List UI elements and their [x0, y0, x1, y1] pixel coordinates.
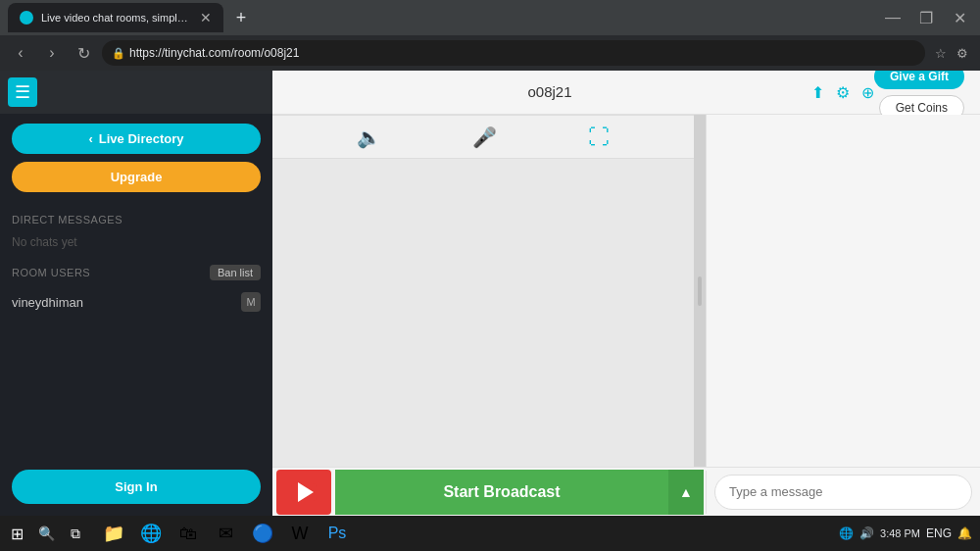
settings-icon[interactable]: ⚙: [836, 83, 850, 102]
sidebar: ☰ ‹ Live Directory Upgrade DIRECT MESSAG…: [0, 71, 272, 516]
direct-messages-header: DIRECT MESSAGES: [0, 202, 272, 231]
share-icon[interactable]: ⬆: [811, 83, 824, 102]
header-icons: ⬆ ⚙ ⊕: [811, 83, 874, 102]
broadcast-dropdown-button[interactable]: ▲: [668, 470, 704, 515]
room-users-label: ROOM USERS: [12, 267, 202, 278]
taskbar-app-chrome[interactable]: 🌐: [133, 516, 169, 551]
panel-resizer[interactable]: [694, 115, 706, 467]
video-controls: 🔈 🎤 ⛶: [272, 115, 694, 159]
signin-button[interactable]: Sign In: [12, 470, 261, 504]
taskbar-app-ps[interactable]: Ps: [319, 516, 355, 551]
menu-icon[interactable]: ☰: [8, 77, 37, 107]
video-main: 🔈 🎤 ⛶: [272, 115, 694, 467]
resizer-handle-icon: [698, 276, 702, 306]
add-icon[interactable]: ⊕: [861, 83, 874, 102]
taskbar-language[interactable]: ENG: [926, 526, 952, 540]
browser-toolbar: ‹ › ↻ 🔒 ☆ ⚙: [0, 35, 980, 71]
lock-icon: 🔒: [112, 47, 125, 60]
tab-favicon-icon: [20, 11, 33, 25]
user-row: vineydhiman M: [0, 286, 272, 318]
tab-close-button[interactable]: ✕: [200, 10, 212, 25]
minimize-button[interactable]: —: [880, 5, 906, 30]
room-name-container: o08j21: [288, 83, 811, 101]
chat-messages: [707, 115, 980, 467]
address-container: 🔒: [102, 40, 925, 66]
microphone-icon[interactable]: 🎤: [472, 125, 497, 149]
taskbar-right: 🌐 🔊 3:48 PM ENG 🔔: [839, 526, 976, 540]
bookmark-icon[interactable]: ☆: [931, 43, 951, 63]
video-area: 🔈 🎤 ⛶: [272, 115, 980, 467]
taskbar-network-icon[interactable]: 🌐: [839, 526, 854, 540]
taskbar-taskview-icon[interactable]: ⧉: [63, 521, 88, 546]
room-users-section: ROOM USERS Ban list: [0, 253, 272, 286]
video-display: [272, 159, 694, 467]
fullscreen-icon[interactable]: ⛶: [588, 125, 610, 150]
give-gift-button[interactable]: Give a Gift: [874, 71, 964, 89]
taskbar-app-word[interactable]: W: [282, 516, 318, 551]
chat-panel: [706, 115, 980, 467]
taskbar-app-explorer[interactable]: 📁: [96, 516, 131, 551]
chevron-left-icon: ‹: [88, 131, 92, 146]
message-input-wrapper: [706, 471, 980, 514]
header-right: Give a Gift Get Coins: [874, 71, 964, 121]
address-bar[interactable]: [102, 40, 925, 66]
restore-button[interactable]: ❐: [913, 5, 939, 30]
youtube-button[interactable]: [276, 470, 331, 515]
tab-title: Live video chat rooms, simple an: [41, 12, 192, 24]
youtube-logo: [291, 483, 317, 501]
live-directory-label: Live Directory: [99, 131, 184, 146]
main-header: o08j21 ⬆ ⚙ ⊕ Give a Gift Get Coins: [272, 71, 980, 115]
bottom-bar: Start Broadcast ▲: [272, 467, 980, 516]
new-tab-button[interactable]: +: [229, 6, 253, 29]
browser-titlebar: Live video chat rooms, simple an ✕ + — ❐…: [0, 0, 980, 35]
taskbar-app-ie[interactable]: 🔵: [245, 516, 280, 551]
youtube-play-icon: [298, 482, 314, 502]
taskbar-volume-icon[interactable]: 🔊: [859, 526, 874, 540]
dropdown-arrow-icon: ▲: [679, 484, 693, 500]
username-label: vineydhiman: [12, 295, 83, 310]
taskbar-apps: 📁 🌐 🛍 ✉ 🔵 W Ps: [96, 516, 355, 551]
room-title: o08j21: [527, 83, 571, 100]
start-broadcast-button[interactable]: Start Broadcast: [335, 470, 668, 515]
taskbar-notification-icon[interactable]: 🔔: [957, 526, 972, 540]
user-badge: M: [241, 292, 261, 312]
message-input[interactable]: [714, 475, 972, 510]
windows-start-icon[interactable]: ⊞: [4, 521, 29, 546]
back-button[interactable]: ‹: [8, 40, 33, 66]
sidebar-bottom: Sign In: [0, 460, 272, 516]
reload-button[interactable]: ↻: [71, 40, 96, 66]
toolbar-icons: ☆ ⚙: [931, 43, 972, 63]
live-directory-button[interactable]: ‹ Live Directory: [12, 124, 261, 154]
app-content: ☰ ‹ Live Directory Upgrade DIRECT MESSAG…: [0, 71, 980, 516]
taskbar-app-mail[interactable]: ✉: [208, 516, 243, 551]
browser-frame: Live video chat rooms, simple an ✕ + — ❐…: [0, 0, 980, 551]
taskbar-search-icon[interactable]: 🔍: [33, 521, 59, 546]
upgrade-button[interactable]: Upgrade: [12, 162, 261, 192]
no-chats-label: No chats yet: [0, 231, 272, 253]
main-area: o08j21 ⬆ ⚙ ⊕ Give a Gift Get Coins: [272, 71, 980, 516]
browser-tab[interactable]: Live video chat rooms, simple an ✕: [8, 3, 223, 32]
sidebar-top: ‹ Live Directory Upgrade: [0, 114, 272, 202]
taskbar: ⊞ 🔍 ⧉ 📁 🌐 🛍 ✉ 🔵 W Ps 🌐 🔊 3:48 PM ENG 🔔: [0, 516, 980, 551]
ban-list-button[interactable]: Ban list: [210, 265, 261, 280]
upgrade-label: Upgrade: [111, 170, 163, 184]
extensions-icon[interactable]: ⚙: [953, 43, 972, 63]
close-button[interactable]: ✕: [947, 5, 972, 30]
taskbar-app-store[interactable]: 🛍: [171, 516, 206, 551]
taskbar-clock: 3:48 PM: [880, 527, 920, 539]
forward-button[interactable]: ›: [39, 40, 65, 66]
volume-icon[interactable]: 🔈: [357, 125, 381, 149]
